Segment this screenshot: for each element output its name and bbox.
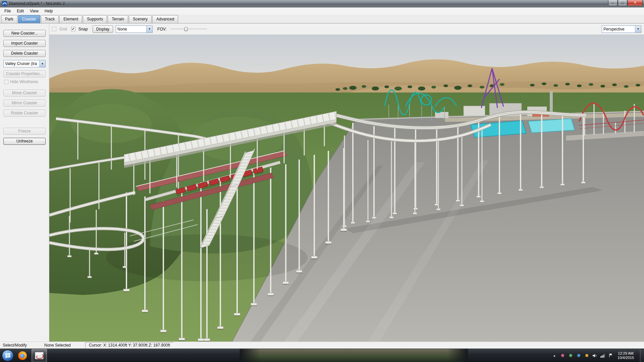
- tab-element[interactable]: Element: [59, 15, 82, 23]
- taskbar-glass-wallpaper: [240, 349, 468, 362]
- hide-wireframe-row: Hide Wireframe: [3, 79, 46, 84]
- grid-label: Grid: [59, 27, 67, 32]
- menu-help[interactable]: Help: [42, 8, 56, 14]
- tray-app-icon-2[interactable]: [568, 353, 573, 358]
- maximize-button[interactable]: □: [618, 0, 627, 6]
- hide-wireframe-label: Hide Wireframe: [10, 79, 38, 84]
- display-mode-select[interactable]: None ▼: [116, 25, 153, 33]
- status-selection: None Selected: [44, 343, 84, 348]
- system-tray: ▲ 12:29 AM 10/4/2015: [552, 349, 644, 362]
- minimize-button[interactable]: –: [608, 0, 618, 6]
- rotate-coaster-button: Rotate Coaster: [3, 110, 46, 117]
- camera-select-value: Perspective: [602, 27, 635, 32]
- tab-coaster[interactable]: Coaster: [18, 15, 40, 23]
- viewport-column: Grid ✓ Snap Display None ▼ FOV: Perspect…: [49, 23, 644, 342]
- nolimits2-window: Diamond.nl2park * - NoLimits 2 – □ × Fil…: [0, 0, 644, 362]
- main-area: New Coaster... Import Coaster Delete Coa…: [0, 23, 644, 342]
- chevron-down-icon: ▼: [635, 26, 641, 33]
- nolimits-editor-taskbar-button[interactable]: [32, 349, 47, 362]
- move-coaster-button: Move Coaster: [3, 89, 46, 97]
- menu-edit[interactable]: Edit: [14, 8, 27, 14]
- firefox-taskbar-button[interactable]: [15, 349, 30, 362]
- network-icon[interactable]: [600, 353, 605, 358]
- show-desktop-button[interactable]: [640, 349, 644, 362]
- fov-slider-track: [170, 29, 207, 29]
- tray-app-icon-4[interactable]: [584, 353, 589, 358]
- grid-checkbox: [52, 27, 56, 31]
- viewport-toolbar: Grid ✓ Snap Display None ▼ FOV: Perspect…: [49, 23, 644, 35]
- tray-app-icon-1[interactable]: [560, 353, 565, 358]
- hide-wireframe-checkbox: [4, 80, 8, 84]
- mode-tabbar: Park Coaster Track Element Supports Terr…: [0, 14, 644, 23]
- statusbar: Select/Modify None Selected Cursor: X: 1…: [0, 342, 644, 349]
- titlebar[interactable]: Diamond.nl2park * - NoLimits 2 – □ ×: [0, 0, 644, 7]
- freeze-button: Freeze: [3, 128, 46, 135]
- chevron-down-icon: ▼: [39, 60, 45, 67]
- unfreeze-button[interactable]: Unfreeze: [3, 138, 46, 145]
- firefox-icon: [18, 351, 27, 360]
- camera-select[interactable]: Perspective ▼: [602, 25, 641, 33]
- viewport-3d-scene[interactable]: [49, 35, 644, 342]
- app-icon: [2, 1, 7, 6]
- status-mode: Select/Modify: [3, 343, 44, 348]
- tray-app-icon-3[interactable]: [576, 353, 581, 358]
- menu-view[interactable]: View: [27, 8, 42, 14]
- menubar: File Edit View Help: [0, 7, 644, 14]
- viewport[interactable]: [49, 35, 644, 342]
- tab-supports[interactable]: Supports: [83, 15, 107, 23]
- coaster-properties-button: Coaster Properties...: [3, 70, 46, 77]
- coaster-sidebar: New Coaster... Import Coaster Delete Coa…: [0, 23, 49, 342]
- nolimits-editor-icon: [35, 352, 44, 359]
- snap-label: Snap: [78, 27, 88, 32]
- status-cursor-coordinates: Cursor: X: 1314.400ft Y: 37.900ft Z: 187…: [85, 342, 174, 349]
- close-button[interactable]: ×: [628, 0, 643, 6]
- fov-label: FOV:: [157, 27, 167, 32]
- tray-expand-icon[interactable]: ▲: [552, 353, 557, 358]
- tab-track[interactable]: Track: [41, 15, 59, 23]
- taskbar-clock[interactable]: 12:29 AM 10/4/2015: [616, 351, 637, 360]
- chevron-down-icon: ▼: [146, 26, 152, 33]
- delete-coaster-button[interactable]: Delete Coaster: [3, 50, 46, 57]
- coaster-select[interactable]: Valley Cruiser (tra ▼: [3, 60, 46, 67]
- snap-checkbox[interactable]: ✓: [71, 27, 75, 31]
- tab-park[interactable]: Park: [1, 15, 17, 23]
- new-coaster-button[interactable]: New Coaster...: [3, 30, 46, 37]
- fov-slider-thumb[interactable]: [184, 27, 188, 31]
- action-center-flag-icon[interactable]: [608, 353, 613, 358]
- window-title: Diamond.nl2park * - NoLimits 2: [9, 1, 65, 6]
- window-controls: – □ ×: [608, 0, 643, 6]
- start-button[interactable]: [2, 350, 13, 361]
- tab-advanced[interactable]: Advanced: [152, 15, 178, 23]
- windows-logo-icon: [5, 353, 10, 358]
- coaster-select-value: Valley Cruiser (tra: [4, 61, 39, 66]
- windows-taskbar: ▲ 12:29 AM 10/4/2015: [0, 349, 644, 362]
- display-mode-value: None: [116, 27, 146, 32]
- volume-icon[interactable]: [592, 353, 597, 358]
- tab-scenery[interactable]: Scenery: [129, 15, 152, 23]
- import-coaster-button[interactable]: Import Coaster: [3, 40, 46, 47]
- clock-time: 12:29 AM: [618, 351, 634, 356]
- display-button[interactable]: Display: [93, 25, 113, 33]
- mirror-coaster-button: Mirror Coaster: [3, 100, 46, 107]
- menu-file[interactable]: File: [1, 8, 14, 14]
- fov-slider[interactable]: [170, 26, 207, 32]
- clock-date: 10/4/2015: [618, 356, 634, 360]
- tab-terrain[interactable]: Terrain: [108, 15, 128, 23]
